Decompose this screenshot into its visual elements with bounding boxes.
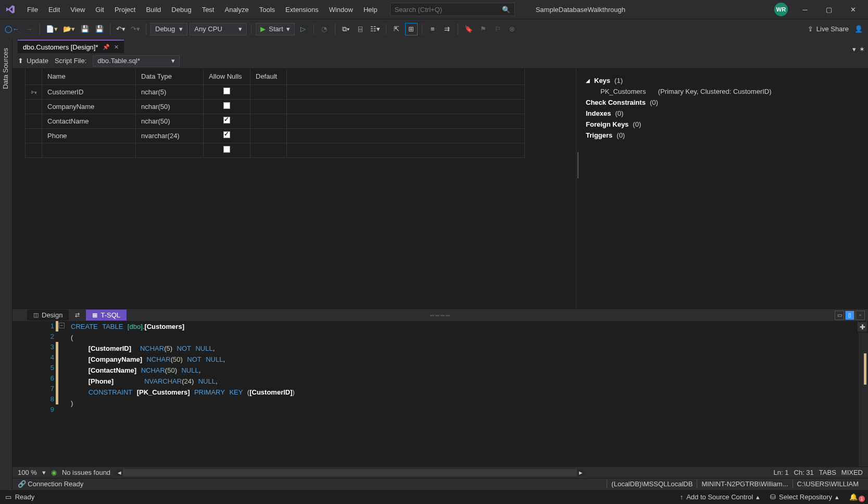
tab-settings-icon[interactable]: ✶ [859,45,865,53]
zoom-level[interactable]: 100 % [18,469,37,476]
col-type-cell[interactable]: nchar(5) [136,84,204,99]
menu-file[interactable]: File [22,4,43,16]
triggers-section[interactable]: Triggers (0) [586,130,859,141]
col-type-cell[interactable]: nchar(50) [136,114,204,128]
menu-analyze[interactable]: Analyze [219,4,254,16]
layout-icon-1[interactable]: ▭ [835,311,844,320]
menu-tools[interactable]: Tools [254,4,280,16]
doc-tab-customers[interactable]: dbo.Customers [Design]* 📌 ✕ [18,40,124,53]
col-header[interactable]: Default [250,69,287,84]
platform-dropdown[interactable]: Any CPU▾ [190,23,247,35]
config-dropdown[interactable]: Debug▾ [150,23,187,35]
table-row[interactable]: CompanyNamenchar(50) [26,99,525,114]
default-cell[interactable] [250,84,287,99]
design-tab[interactable]: ◫ Design [27,310,69,321]
user-avatar[interactable]: WR [774,3,788,16]
allow-nulls-checkbox[interactable] [223,131,230,138]
default-cell[interactable] [250,143,287,157]
col-name-cell[interactable]: Phone [42,128,136,143]
allow-nulls-checkbox[interactable] [223,88,230,94]
toolbar-icon-1[interactable]: ◔ [318,23,331,35]
tabs-indicator[interactable]: TABS [819,469,836,476]
redo-button[interactable]: ↷▾ [129,23,142,35]
toolbar-icon-5[interactable]: ⇱ [391,23,403,35]
allow-nulls-checkbox[interactable] [223,146,230,153]
col-name-cell[interactable]: CustomerID [42,84,136,99]
close-button[interactable]: ✕ [841,2,865,17]
col-type-cell[interactable]: nchar(50) [136,99,204,114]
vertical-splitter[interactable] [577,152,578,178]
toolbar-icon-9[interactable]: ⚑ [477,23,489,35]
new-project-button[interactable]: 📄▾ [44,23,59,35]
keys-section[interactable]: ◢ Keys (1) [586,75,859,86]
search-input[interactable] [395,6,502,14]
col-name-cell[interactable]: CompanyName [42,99,136,114]
feedback-icon[interactable]: 👤 [852,23,865,35]
code-content[interactable]: CREATE TABLE [dbo].[Customers] ( [Custom… [57,321,868,466]
table-row[interactable]: 🗝CustomerIDnchar(5) [26,84,525,99]
menu-test[interactable]: Test [197,4,220,16]
maximize-button[interactable]: ▢ [817,2,841,17]
nav-back-button[interactable]: ◯← [3,23,21,35]
toolbar-icon-4[interactable]: ☷▾ [369,23,382,35]
col-header[interactable]: Data Type [136,69,204,84]
pin-icon[interactable]: 📌 [103,44,110,51]
save-all-button[interactable]: 💾 [93,23,106,35]
close-tab-icon[interactable]: ✕ [114,44,119,51]
tsql-tab[interactable]: ▦ T-SQL [86,310,127,321]
col-type-cell[interactable]: nvarchar(24) [136,128,204,143]
default-cell[interactable] [250,114,287,128]
toolbar-icon-7[interactable]: ≡ [426,23,439,35]
save-button[interactable]: 💾 [79,23,91,35]
menu-debug[interactable]: Debug [166,4,196,16]
col-header[interactable]: Name [42,69,136,84]
sql-editor[interactable]: 1− 2 3 4 5 6 7 8 9 CREATE TABLE [dbo].[C… [12,321,868,466]
menu-window[interactable]: Window [324,4,358,16]
output-icon[interactable]: ▭ [5,493,11,501]
source-control-button[interactable]: ↑Add to Source Control▴ [675,493,765,501]
menu-extensions[interactable]: Extensions [280,4,324,16]
default-cell[interactable] [250,99,287,114]
columns-grid[interactable]: NameData TypeAllow NullsDefault 🗝Custome… [12,69,576,309]
start-without-debug-button[interactable]: ▷ [297,23,309,35]
update-button[interactable]: ⬆ Update [18,57,48,65]
solution-name[interactable]: SampleDatabaseWalkthrough [531,4,631,16]
horizontal-splitter[interactable]: ━━━━ [430,311,451,319]
notifications-button[interactable]: 🔔 1 [844,493,863,501]
toolbar-icon-8[interactable]: ⇉ [441,23,454,35]
menu-view[interactable]: View [65,4,90,16]
open-file-button[interactable]: 📂▾ [61,23,77,35]
table-row[interactable]: Phonenvarchar(24) [26,128,525,143]
menu-edit[interactable]: Edit [43,4,65,16]
menu-build[interactable]: Build [141,4,166,16]
indexes-section[interactable]: Indexes (0) [586,108,859,119]
toolbar-icon-11[interactable]: ⊗ [506,23,519,35]
toolbar-icon-3[interactable]: ⌸ [354,23,367,35]
col-name-cell[interactable] [42,143,136,157]
select-repository-button[interactable]: ⛁Select Repository▴ [765,493,844,501]
col-header[interactable] [26,69,42,84]
col-name-cell[interactable]: ContactName [42,114,136,128]
swap-tab-button[interactable]: ⇄ [69,310,86,320]
pk-row[interactable]: PK_Customers (Primary Key, Clustered: Cu… [586,86,859,97]
minimize-button[interactable]: ─ [793,2,817,17]
start-button[interactable]: ▶Start▾ [256,23,294,35]
data-sources-tab[interactable]: Data Sources [0,43,11,94]
menu-help[interactable]: Help [358,4,383,16]
horizontal-scrollbar[interactable]: ◂▸ [116,469,584,476]
table-row[interactable]: ContactNamenchar(50) [26,114,525,128]
allow-nulls-checkbox[interactable] [223,117,230,124]
split-editor-button[interactable]: ✚ [858,322,867,331]
check-constraints-section[interactable]: Check Constraints (0) [586,97,859,108]
foreign-keys-section[interactable]: Foreign Keys (0) [586,119,859,130]
undo-button[interactable]: ↶▾ [115,23,127,35]
layout-icon-3[interactable]: ▫ [856,311,865,320]
layout-icon-2[interactable]: ▯ [845,311,854,320]
mixed-indicator[interactable]: MIXED [841,469,863,476]
nav-fwd-button[interactable]: → [23,23,35,35]
menu-project[interactable]: Project [109,4,141,16]
toolbar-icon-6[interactable]: ⊞ [405,23,418,35]
live-share-button[interactable]: ⇪Live Share [806,23,850,35]
toolbar-icon-10[interactable]: ⚐ [492,23,504,35]
fold-icon[interactable]: − [59,323,65,328]
